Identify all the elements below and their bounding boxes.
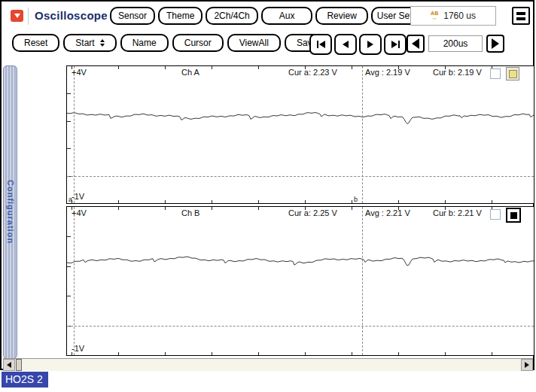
cursor-b-readout: Cur b: 2.21 V xyxy=(433,208,482,217)
configuration-tab-label: Configuration xyxy=(6,180,15,244)
ab-time-measure-icon: AB↔ xyxy=(431,11,438,20)
down-triangle-icon xyxy=(14,14,20,18)
channel-mode-button[interactable]: 2Ch/4Ch xyxy=(206,7,257,25)
horizontal-scrollbar[interactable] xyxy=(3,358,533,371)
cursor-a-readout: Cur a: 2.23 V xyxy=(288,68,337,77)
channel-color-swatch xyxy=(509,70,517,78)
aux-button[interactable]: Aux xyxy=(261,7,313,25)
bar-icon xyxy=(398,41,400,48)
up-down-spinner-icon xyxy=(100,39,105,47)
list-menu-icon[interactable] xyxy=(512,7,530,25)
timebase-decrease-button[interactable] xyxy=(407,35,425,53)
avg-readout: Avg : 2.21 V xyxy=(365,208,410,217)
cursor-button[interactable]: Cursor xyxy=(172,34,224,52)
titlebar: Oscilloscope Sensor Theme 2Ch/4Ch Aux Re… xyxy=(2,2,533,32)
avg-readout: Avg : 2.19 V xyxy=(365,68,410,77)
bar-icon xyxy=(317,41,318,48)
y-max-label: +4V xyxy=(72,208,87,217)
right-triangle-icon xyxy=(391,41,397,48)
left-triangle-icon xyxy=(7,362,11,368)
left-triangle-icon xyxy=(319,41,325,48)
cursor-b-line[interactable] xyxy=(362,66,363,203)
cursor-a-readout: Cur a: 2.25 V xyxy=(288,208,337,217)
scroll-right-button[interactable] xyxy=(521,359,533,371)
review-button[interactable]: Review xyxy=(315,7,367,25)
app-dropdown-icon[interactable] xyxy=(11,10,23,22)
start-button[interactable]: Start xyxy=(63,34,116,52)
title-divider xyxy=(28,8,29,25)
cursor-a-line[interactable] xyxy=(74,66,75,203)
channel-select-checkbox[interactable] xyxy=(490,209,501,220)
channel-a-panel: +4V Ch A Cur a: 2.23 V Avg : 2.19 V Cur … xyxy=(66,65,534,204)
scroll-left-button[interactable] xyxy=(3,359,15,371)
app-title: Oscilloscope xyxy=(35,9,108,22)
right-triangle-icon xyxy=(525,362,529,368)
menu-bar-icon xyxy=(516,12,525,15)
right-triangle-icon xyxy=(492,38,499,49)
oscilloscope-screen: Oscilloscope Sensor Theme 2Ch/4Ch Aux Re… xyxy=(0,0,536,392)
cursor-delta-readout: AB↔ 1760 us xyxy=(410,6,496,26)
step-forward-button[interactable] xyxy=(359,34,382,55)
waveform xyxy=(67,207,534,355)
channel-color-button[interactable] xyxy=(506,67,519,81)
waveform xyxy=(67,66,534,203)
name-button[interactable]: Name xyxy=(120,34,169,52)
title-menu-buttons: Sensor Theme 2Ch/4Ch Aux Review User Set… xyxy=(110,7,433,25)
channel-color-swatch xyxy=(510,212,517,219)
playback-controls xyxy=(309,34,407,55)
cursor-a-line[interactable] xyxy=(74,207,75,355)
cursor-a-label: a xyxy=(69,196,72,203)
reset-button[interactable]: Reset xyxy=(12,34,59,52)
left-triangle-icon xyxy=(412,38,419,49)
left-triangle-icon xyxy=(343,41,349,48)
right-triangle-icon xyxy=(367,41,373,48)
sensor-button[interactable]: Sensor xyxy=(110,7,155,25)
step-back-button[interactable] xyxy=(334,34,357,55)
cursor-b-line[interactable] xyxy=(362,207,363,355)
theme-button[interactable]: Theme xyxy=(158,7,203,25)
y-min-label: -1V xyxy=(72,192,84,201)
channel-select-checkbox[interactable] xyxy=(490,68,501,79)
scrollbar-thumb[interactable] xyxy=(16,359,22,371)
channel-color-button[interactable] xyxy=(506,208,521,223)
toolbar: Reset Start Name Cursor ViewAll Save xyxy=(12,34,329,52)
status-label: HO2S 2 xyxy=(2,372,48,387)
channel-name-label: Ch B xyxy=(181,208,199,217)
cursor-b-readout: Cur b: 2.19 V xyxy=(433,68,482,77)
skip-first-button[interactable] xyxy=(309,34,332,55)
oscilloscope-window: Oscilloscope Sensor Theme 2Ch/4Ch Aux Re… xyxy=(0,0,534,370)
cursor-b-label: b xyxy=(354,196,358,203)
channel-b-panel: +4V Ch B Cur a: 2.25 V Avg : 2.21 V Cur … xyxy=(66,206,534,356)
menu-bar-icon xyxy=(516,17,525,20)
configuration-tab[interactable]: Configuration xyxy=(3,65,17,359)
timebase-value: 200us xyxy=(428,35,483,52)
y-min-label: -1V xyxy=(72,344,84,353)
y-max-label: +4V xyxy=(72,68,87,77)
skip-last-button[interactable] xyxy=(384,34,407,55)
cursor-delta-value: 1760 us xyxy=(443,11,476,21)
viewall-button[interactable]: ViewAll xyxy=(227,34,281,52)
channel-name-label: Ch A xyxy=(181,68,199,77)
timebase-control: 200us xyxy=(407,35,504,53)
timebase-increase-button[interactable] xyxy=(486,35,504,53)
